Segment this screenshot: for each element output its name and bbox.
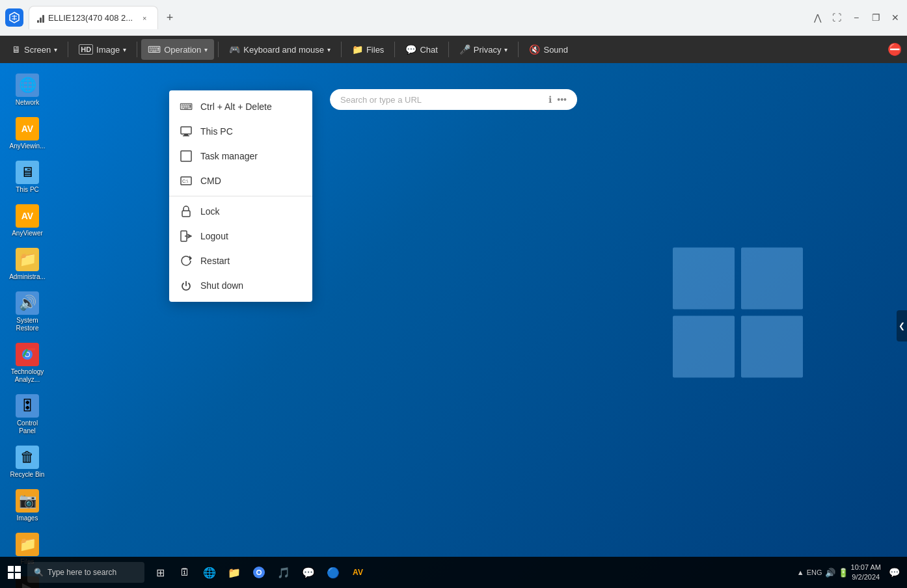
svg-rect-10 xyxy=(15,573,21,579)
operation-label: Operation xyxy=(164,45,201,55)
search-glass-icon: 🔍 xyxy=(34,568,44,577)
taskbar-calendar[interactable]: 🗓 xyxy=(173,561,196,584)
privacy-icon: 🎤 xyxy=(459,44,470,55)
svg-rect-9 xyxy=(8,573,14,579)
chrome-icon xyxy=(16,343,39,366)
operation-dropdown-menu: ⌨ Ctrl + Alt + Delete This PC Task manag… xyxy=(169,90,312,302)
restore-button[interactable]: ❐ xyxy=(869,11,882,24)
taskbar-search[interactable]: 🔍 Type here to search xyxy=(27,562,144,583)
svg-text:C:\: C:\ xyxy=(182,179,188,183)
network-label: Network xyxy=(16,99,40,107)
restart-icon xyxy=(180,254,193,267)
desktop-icon-anyviewer1[interactable]: AV AnyViewin... xyxy=(5,114,49,153)
ctrl-alt-del-icon: ⌨ xyxy=(180,100,193,113)
chevron-up-icon[interactable]: ⋀ xyxy=(811,11,824,24)
tab-close-button[interactable]: × xyxy=(139,13,150,23)
desktop-icon-chrome[interactable]: Technology Analyz... xyxy=(5,340,49,386)
tab-bar: ELLIE123(470 408 2... × + xyxy=(29,6,805,29)
svg-rect-7 xyxy=(8,566,14,572)
browser-search-bar[interactable]: Search or type a URL ℹ ••• xyxy=(330,89,577,110)
menu-item-logout[interactable]: Logout xyxy=(169,224,312,248)
desktop-icon-this-pc[interactable]: 🖥 This PC xyxy=(5,158,49,196)
desktop-icon-anyviewer2[interactable]: AV AnyViewer xyxy=(5,202,49,240)
logout-label: Logout xyxy=(200,231,228,241)
keyboard-button[interactable]: 🎮 Keyboard and mouse ▾ xyxy=(223,39,337,60)
anyviewer1-icon: AV xyxy=(16,117,39,140)
menu-item-ctrl-alt-del[interactable]: ⌨ Ctrl + Alt + Delete xyxy=(169,94,312,119)
operation-button[interactable]: ⌨ Operation ▾ xyxy=(141,39,214,60)
menu-item-cmd[interactable]: C:\ CMD xyxy=(169,168,312,193)
task-manager-label: Task manager xyxy=(200,151,258,161)
start-button[interactable] xyxy=(3,561,26,584)
side-panel-toggle[interactable]: ❮ xyxy=(897,310,907,341)
svg-rect-6 xyxy=(741,315,803,377)
new-tab-button[interactable]: + xyxy=(161,8,179,27)
taskbar-edge[interactable]: 🌐 xyxy=(198,561,221,584)
fullscreen-icon[interactable]: ⛶ xyxy=(830,11,843,24)
image-dropdown-icon: ▾ xyxy=(123,46,126,53)
network-icon: 🌐 xyxy=(16,74,39,97)
taskbar-up-icon[interactable]: ▲ xyxy=(797,568,804,576)
menu-item-restart[interactable]: Restart xyxy=(169,248,312,273)
desktop-icon-network[interactable]: 🌐 Network xyxy=(5,71,49,109)
remote-desktop[interactable]: Search or type a URL ℹ ••• 🌐 Network AV … xyxy=(0,63,907,588)
desktop-icons: 🌐 Network AV AnyViewin... 🖥 This PC AV A… xyxy=(0,63,55,588)
task-manager-icon xyxy=(180,150,193,163)
system-restore-label: System Restore xyxy=(8,317,47,332)
recycle-bin-icon: 🗑 xyxy=(16,446,39,469)
menu-item-lock[interactable]: Lock xyxy=(169,199,312,224)
separator-1 xyxy=(68,42,68,57)
desktop-icon-system-restore[interactable]: 🔊 System Restore xyxy=(5,289,49,335)
taskbar-volume-icon[interactable]: 🔊 xyxy=(825,568,835,578)
menu-item-this-pc[interactable]: This PC xyxy=(169,119,312,144)
anyviewer1-label: AnyViewin... xyxy=(10,142,46,150)
restart-label: Restart xyxy=(200,256,230,266)
taskbar-explorer[interactable]: 📁 xyxy=(223,561,246,584)
sound-button[interactable]: 🔇 Sound xyxy=(522,39,575,60)
desktop-icon-administrator[interactable]: 📁 Administra... xyxy=(5,245,49,284)
search-overlay: Search or type a URL ℹ ••• xyxy=(330,89,577,110)
browser-logo xyxy=(5,8,23,27)
taskbar-blue-app[interactable]: 🔵 xyxy=(321,561,345,584)
sound-mute-icon: 🔇 xyxy=(529,44,540,55)
keyboard-icon: 🎮 xyxy=(229,44,240,55)
svg-rect-8 xyxy=(15,566,21,572)
taskbar-anyviewer[interactable]: AV xyxy=(346,561,370,584)
signal-icon xyxy=(37,14,44,23)
privacy-button[interactable]: 🎤 Privacy ▾ xyxy=(453,39,515,60)
shutdown-icon xyxy=(180,279,193,292)
files-desktop-icon: 📁 xyxy=(16,533,39,556)
taskbar-task-view[interactable]: ⊞ xyxy=(148,561,172,584)
chat-button[interactable]: 💬 Chat xyxy=(399,39,444,60)
files-button[interactable]: 📁 Files xyxy=(345,39,390,60)
anyviewer2-label: AnyViewer xyxy=(12,230,43,237)
svg-rect-5 xyxy=(673,315,735,377)
desktop-icon-recycle-bin[interactable]: 🗑 Recycle Bin xyxy=(5,443,49,481)
taskbar: 🔍 Type here to search ⊞ 🗓 🌐 📁 🎵 💬 🔵 xyxy=(0,557,907,588)
image-button[interactable]: HD Image ▾ xyxy=(72,39,133,60)
chrome-label: Technology Analyz... xyxy=(8,368,47,384)
taskbar-notification[interactable]: 💬 xyxy=(884,562,904,583)
sound-label: Sound xyxy=(543,45,568,55)
screen-button[interactable]: 🖥 Screen ▾ xyxy=(5,39,64,60)
image-label: Image xyxy=(96,45,120,55)
search-more-icon: ••• xyxy=(557,94,567,105)
taskbar-chat[interactable]: 💬 xyxy=(297,561,320,584)
taskbar-music[interactable]: 🎵 xyxy=(272,561,295,584)
desktop-icon-images[interactable]: 📷 Images xyxy=(5,487,49,525)
administrator-icon: 📁 xyxy=(16,248,39,271)
menu-item-task-manager[interactable]: Task manager xyxy=(169,144,312,168)
svg-rect-14 xyxy=(181,127,191,134)
close-button[interactable]: ✕ xyxy=(889,11,902,24)
taskbar-battery-icon: 🔋 xyxy=(838,568,848,578)
operation-dropdown-icon: ▾ xyxy=(204,46,208,53)
svg-rect-3 xyxy=(673,247,735,309)
browser-chrome: ELLIE123(470 408 2... × + ⋀ ⛶ − ❐ ✕ xyxy=(0,0,907,36)
menu-item-shutdown[interactable]: Shut down xyxy=(169,273,312,298)
taskbar-chrome[interactable] xyxy=(247,561,271,584)
minimize-button[interactable]: − xyxy=(850,11,863,24)
active-tab[interactable]: ELLIE123(470 408 2... × xyxy=(29,6,158,29)
svg-rect-15 xyxy=(184,134,188,135)
desktop-icon-control-panel[interactable]: 🎛 Control Panel xyxy=(5,392,49,438)
keyboard-dropdown-icon: ▾ xyxy=(327,46,331,53)
